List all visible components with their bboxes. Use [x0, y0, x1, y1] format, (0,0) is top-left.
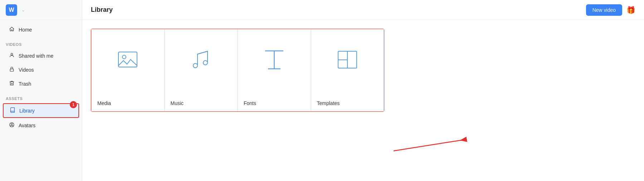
sidebar-item-trash[interactable]: Trash [3, 77, 79, 90]
sidebar-section-assets: Assets [0, 91, 82, 103]
templates-card-label: Templates [317, 100, 340, 106]
music-card[interactable]: Music [165, 29, 238, 111]
svg-rect-4 [118, 52, 137, 67]
fonts-card-label: Fonts [244, 100, 256, 106]
lock-icon [9, 66, 15, 73]
app-logo: W [6, 4, 17, 16]
media-card-label: Media [97, 100, 111, 106]
svg-point-6 [193, 63, 197, 68]
main-content: Library New video 🎁 Media [82, 0, 644, 181]
page-title: Library [91, 6, 113, 14]
svg-line-8 [197, 51, 208, 54]
svg-rect-1 [10, 69, 13, 71]
library-badge: 1 [70, 101, 77, 108]
trash-icon [9, 80, 15, 87]
sidebar-item-label: Shared with me [19, 53, 53, 59]
main-header: Library New video 🎁 [82, 0, 644, 20]
svg-point-7 [203, 61, 208, 65]
svg-point-3 [11, 123, 13, 125]
person-icon [9, 52, 15, 59]
sidebar: W ⌄ Home Videos Shared with me [0, 0, 82, 181]
chevron-down-icon[interactable]: ⌄ [21, 8, 25, 13]
templates-card[interactable]: Templates [311, 29, 384, 111]
svg-point-5 [122, 55, 126, 59]
sidebar-header: W ⌄ [0, 0, 82, 20]
library-cards-grid: Media Music [91, 29, 384, 112]
sidebar-item-label: Library [19, 108, 35, 114]
sidebar-item-label: Trash [19, 81, 31, 87]
library-content: Media Music [82, 20, 644, 181]
sidebar-item-label: Home [19, 27, 32, 33]
new-video-button[interactable]: New video [586, 4, 622, 16]
gift-icon-button[interactable]: 🎁 [626, 6, 635, 14]
svg-point-0 [11, 53, 13, 55]
person-circle-icon [9, 122, 15, 129]
sidebar-item-avatars[interactable]: Avatars [3, 119, 79, 132]
media-icon [117, 51, 138, 68]
sidebar-item-shared-with-me[interactable]: Shared with me [3, 49, 79, 62]
fonts-card[interactable]: Fonts [238, 29, 311, 111]
music-card-label: Music [171, 100, 184, 106]
sidebar-item-library[interactable]: Library 1 [3, 103, 79, 118]
sidebar-item-label: Avatars [19, 123, 35, 128]
sidebar-item-label: Videos [19, 67, 34, 73]
header-actions: New video 🎁 [586, 4, 635, 16]
sidebar-section-videos: Videos [0, 37, 82, 49]
sidebar-item-home[interactable]: Home [3, 23, 79, 36]
media-card[interactable]: Media [91, 29, 165, 111]
sidebar-item-videos[interactable]: Videos [3, 63, 79, 76]
book-icon [9, 107, 16, 114]
home-icon [9, 26, 15, 33]
arrow-annotation [390, 137, 469, 159]
fonts-icon [264, 49, 284, 70]
templates-icon [337, 50, 358, 70]
music-icon [190, 50, 212, 70]
